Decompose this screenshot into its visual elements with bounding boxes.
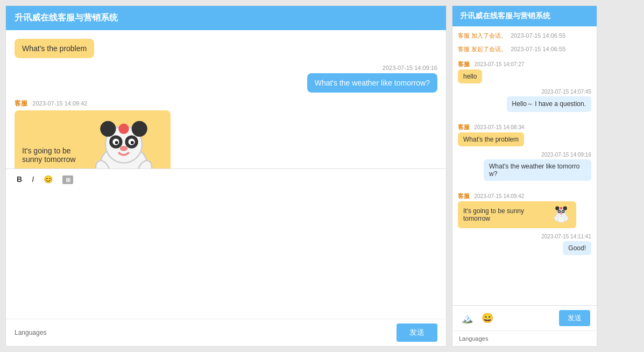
left-bottom-bar: Languages 发送 xyxy=(6,319,446,346)
right-msg-1: 客服 加入了会话。 2023-07-15 14:06:55 xyxy=(458,32,591,40)
right-header: 升讯威在线客服与营销系统 xyxy=(452,6,597,26)
right-languages-label: Languages xyxy=(459,335,488,342)
right-msg-2: 客服 发起了会话。 2023-07-15 14:06:55 xyxy=(458,45,591,53)
r5-bubble: What's the problem xyxy=(458,132,524,146)
chat-message-1: What's the problem xyxy=(15,39,437,58)
left-toolbar: B I 😊 ▦ xyxy=(6,168,446,189)
r3-bubble: hello xyxy=(458,69,482,83)
bubble-weather: What's the weather like tomorrow? xyxy=(307,73,437,93)
svg-point-8 xyxy=(115,141,118,144)
bubble-sunny: It's going to be sunny tomorrow xyxy=(15,110,171,168)
r3-time: 2023-07-15 14:07:27 xyxy=(474,61,524,67)
left-header: 升讯威在线客服与营销系统 xyxy=(6,6,446,30)
svg-point-2 xyxy=(100,121,116,137)
bold-button[interactable]: B xyxy=(15,174,24,185)
bubble-whats-problem: What's the problem xyxy=(15,39,94,58)
right-chat-area: 客服 加入了会话。 2023-07-15 14:06:55 客服 发起了会话。 … xyxy=(452,26,597,305)
left-chat-area: What's the problem 2023-07-15 14:09:16 W… xyxy=(6,30,446,168)
r5-time: 2023-07-15 14:08:34 xyxy=(474,124,524,130)
right-toolbar-icons: 🏔️ 😄 xyxy=(459,311,496,325)
languages-label: Languages xyxy=(15,329,46,336)
svg-point-25 xyxy=(560,207,563,210)
message-input[interactable] xyxy=(6,189,446,319)
r6-time: 2023-07-15 14:09:16 xyxy=(458,152,591,158)
svg-point-9 xyxy=(131,141,134,144)
svg-point-24 xyxy=(560,213,562,214)
right-msg-7: 客服 2023-07-15 14:09:42 It's going to be … xyxy=(458,191,591,228)
svg-point-3 xyxy=(132,121,147,137)
chat-message-3: 客服 2023-07-15 14:09:42 It's going to be … xyxy=(15,99,437,168)
r7-sender: 客服 xyxy=(458,193,470,199)
left-panel: 升讯威在线客服与营销系统 What's the problem 2023-07-… xyxy=(5,5,447,347)
send-button[interactable]: 发送 xyxy=(397,323,437,342)
right-title: 升讯威在线客服与营销系统 xyxy=(460,11,550,20)
italic-button[interactable]: I xyxy=(30,174,36,185)
system-join: 客服 加入了会话。 2023-07-15 14:06:55 xyxy=(458,32,591,40)
r4-bubble: Hello～ I have a question. xyxy=(507,96,591,112)
svg-point-23 xyxy=(563,212,563,212)
panda-icon xyxy=(84,116,163,168)
right-msg-6: 2023-07-15 14:09:16 What's the weather l… xyxy=(458,152,591,181)
emoji-button[interactable]: 😊 xyxy=(41,174,55,185)
svg-point-16 xyxy=(555,206,559,210)
r6-bubble: What's the weather like tomorro w? xyxy=(484,159,591,181)
svg-point-22 xyxy=(559,212,560,212)
svg-point-17 xyxy=(563,206,567,210)
svg-point-11 xyxy=(118,124,129,134)
r3-sender: 客服 xyxy=(458,61,470,67)
right-panda-icon xyxy=(551,205,571,225)
right-msg-3: 客服 2023-07-15 14:07:27 hello xyxy=(458,59,591,83)
right-emoji-button[interactable]: 😄 xyxy=(479,311,496,325)
svg-point-10 xyxy=(120,146,128,151)
msg3-sender: 客服 2023-07-15 14:09:42 xyxy=(15,99,88,108)
left-title: 升讯威在线客服与营销系统 xyxy=(15,13,118,22)
right-image-button[interactable]: 🏔️ xyxy=(459,311,475,325)
right-msg-4: 2023-07-15 14:07:45 Hello～ I have a ques… xyxy=(458,89,591,112)
right-panel: 升讯威在线客服与营销系统 客服 加入了会话。 2023-07-15 14:06:… xyxy=(452,5,597,347)
msg2-timestamp: 2023-07-15 14:09:16 xyxy=(383,65,437,71)
r8-bubble: Good! xyxy=(563,241,591,255)
r7-bubble: It's going to be sunny tomorrow xyxy=(458,201,576,228)
r8-time: 2023-07-15 14:11:41 xyxy=(458,234,591,240)
r7-time: 2023-07-15 14:09:42 xyxy=(474,193,524,199)
right-msg-5: 客服 2023-07-15 14:08:34 What's the proble… xyxy=(458,122,591,146)
system-start: 客服 发起了会话。 2023-07-15 14:06:55 xyxy=(458,45,591,53)
right-msg-8: 2023-07-15 14:11:41 Good! xyxy=(458,234,591,255)
r5-sender: 客服 xyxy=(458,124,470,130)
r4-time: 2023-07-15 14:07:45 xyxy=(458,89,591,95)
image-button[interactable]: ▦ xyxy=(60,173,75,185)
right-send-button[interactable]: 发送 xyxy=(559,310,590,326)
right-toolbar: 🏔️ 😄 发送 xyxy=(452,305,597,330)
chat-message-2: 2023-07-15 14:09:16 What's the weather l… xyxy=(15,65,437,93)
